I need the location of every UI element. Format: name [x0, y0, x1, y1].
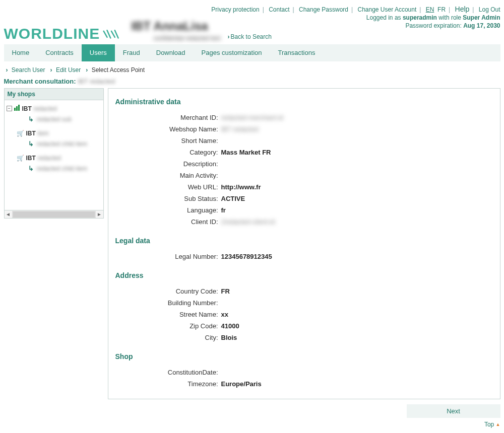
merchant-id-value: redacted-merchant-id: [221, 114, 284, 121]
back-to-top-link[interactable]: Top ▲: [484, 421, 500, 428]
top-utility-links: Privacy protection| Contact| Change Pass…: [4, 4, 500, 14]
field-label: Short Name:: [115, 137, 221, 145]
breadcrumb-current: Select Access Point: [92, 66, 145, 74]
section-address: Address: [115, 271, 493, 279]
legal-number-value: 12345678912345: [221, 253, 272, 260]
client-id-value: 2redacted-client-id: [221, 218, 275, 226]
tree-branch-icon: ↳: [28, 115, 35, 123]
tree-shop-node[interactable]: 🛒 IBT item: [7, 128, 101, 138]
page-user-subtitle: confidential redacted text: [153, 35, 220, 42]
privacy-link[interactable]: Privacy protection: [211, 6, 259, 13]
cart-icon: 🛒: [17, 130, 24, 137]
field-label: Webshop Name:: [115, 125, 221, 133]
chevron-right-icon: ›: [6, 66, 8, 74]
tree-root-node[interactable]: − IBT redacted: [7, 103, 101, 114]
web-url-value: http://www.fr: [221, 183, 261, 191]
section-legal-data: Legal data: [115, 237, 493, 245]
field-label: Legal Number:: [115, 253, 221, 260]
field-label: Sub Status:: [115, 195, 221, 202]
worldline-logo: WORLDLINE: [4, 25, 120, 42]
merchant-consultation-line: Merchant consultation: IBT redacted: [4, 78, 500, 88]
field-label: Country Code:: [115, 287, 221, 295]
svg-rect-1: [16, 106, 18, 111]
tree-branch-icon: ↳: [28, 140, 35, 148]
field-label: Web URL:: [115, 183, 221, 191]
field-label: Description:: [115, 160, 221, 168]
lang-fr-link[interactable]: FR: [437, 6, 446, 13]
zip-code-value: 41000: [221, 322, 239, 330]
back-to-search-link[interactable]: Back to Search: [231, 33, 272, 40]
page-user-title: IBT AnnaLisa: [131, 19, 500, 33]
breadcrumb: › Search User › Edit User › Select Acces…: [4, 61, 500, 78]
section-shop: Shop: [115, 352, 493, 360]
help-link[interactable]: Help: [455, 5, 470, 13]
logout-link[interactable]: Log Out: [479, 6, 500, 13]
timezone-value: Europe/Paris: [221, 380, 262, 388]
section-administrative-data: Administrative data: [115, 98, 493, 106]
field-label: Category:: [115, 149, 221, 156]
scroll-left-arrow-icon[interactable]: ◄: [5, 211, 13, 218]
cart-icon: 🛒: [17, 155, 24, 162]
breadcrumb-edit-user[interactable]: Edit User: [56, 66, 81, 74]
field-label: Merchant ID:: [115, 114, 221, 121]
chart-bars-icon: [14, 105, 20, 112]
next-button[interactable]: Next: [407, 404, 500, 418]
chevron-right-icon: ›: [86, 66, 88, 74]
tab-contracts[interactable]: Contracts: [37, 44, 82, 61]
my-shops-header: My shops: [5, 89, 103, 100]
tree-horizontal-scrollbar[interactable]: ◄ ►: [5, 210, 103, 218]
tree-branch-icon: ↳: [28, 165, 35, 172]
tab-download[interactable]: Download: [148, 44, 194, 61]
chevron-right-icon: ›: [50, 66, 52, 74]
tab-transactions[interactable]: Transactions: [270, 44, 324, 61]
field-label: Street Name:: [115, 311, 221, 318]
field-label: Main Activity:: [115, 172, 221, 179]
language-value: fr: [221, 206, 226, 214]
field-label: Zip Code:: [115, 322, 221, 330]
field-label: Timezone:: [115, 380, 221, 388]
field-label: City:: [115, 334, 221, 341]
field-label: Language:: [115, 206, 221, 214]
field-label: ConstitutionDate:: [115, 369, 221, 376]
tab-home[interactable]: Home: [4, 44, 38, 61]
sub-status-value: ACTIVE: [221, 195, 245, 202]
scroll-right-arrow-icon[interactable]: ►: [95, 211, 103, 218]
main-navbar: Home Contracts Users Fraud Download Page…: [4, 44, 500, 61]
tree-shop-node[interactable]: 🛒 IBT redacted: [7, 153, 101, 163]
field-label: Building Number:: [115, 299, 221, 307]
triangle-up-icon: ▲: [496, 422, 500, 427]
svg-rect-0: [14, 108, 16, 111]
change-password-link[interactable]: Change Password: [299, 6, 348, 13]
webshop-name-value: IBT redacted: [221, 125, 259, 133]
details-panel: Administrative data Merchant ID:redacted…: [108, 88, 500, 399]
change-account-link[interactable]: Change User Account: [358, 6, 417, 13]
field-label: Client ID:: [115, 218, 221, 226]
tab-pages-customization[interactable]: Pages customization: [194, 44, 270, 61]
category-value: Mass Market FR: [221, 149, 271, 156]
contact-link[interactable]: Contact: [269, 6, 289, 13]
street-name-value: xx: [221, 311, 228, 318]
collapse-icon[interactable]: −: [7, 106, 12, 111]
svg-rect-2: [18, 105, 20, 111]
logo-waves-icon: [103, 28, 120, 39]
tree-child-node[interactable]: ↳ redacted child item: [7, 138, 101, 149]
country-code-value: FR: [221, 287, 230, 295]
tree-child-node[interactable]: ↳ redacted child item: [7, 163, 101, 174]
breadcrumb-search-user[interactable]: Search User: [12, 66, 45, 74]
city-value: Blois: [221, 334, 237, 341]
chevron-right-icon: ›: [228, 33, 230, 40]
my-shops-panel: My shops − IBT redacted ↳ redacted sub 🛒…: [4, 88, 104, 219]
tree-child-node[interactable]: ↳ redacted sub: [7, 114, 101, 124]
tab-users[interactable]: Users: [82, 44, 115, 61]
lang-en-link[interactable]: EN: [426, 6, 434, 13]
tab-fraud[interactable]: Fraud: [115, 44, 148, 61]
